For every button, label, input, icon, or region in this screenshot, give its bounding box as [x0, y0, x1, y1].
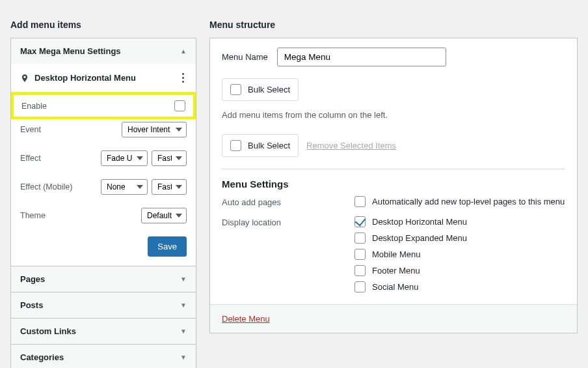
event-label: Event	[20, 125, 41, 134]
bulk-select-top-label: Bulk Select	[248, 85, 290, 94]
separator	[222, 169, 565, 169]
location-label-3: Footer Menu	[372, 266, 420, 276]
location-checkbox-4[interactable]	[354, 281, 366, 292]
accordion-pages[interactable]: Pages ▼	[11, 266, 196, 292]
auto-add-option-label: Automatically add new top-level pages to…	[372, 197, 565, 206]
chevron-down-icon: ▼	[180, 302, 187, 309]
kebab-menu-icon[interactable]	[180, 72, 187, 84]
theme-label: Theme	[20, 211, 46, 220]
menu-name-input[interactable]	[277, 48, 446, 66]
location-checkbox-0[interactable]	[354, 216, 366, 227]
chevron-down-icon: ▼	[180, 276, 187, 283]
display-location-label: Display location	[222, 216, 354, 298]
remove-selected-link: Remove Selected Items	[306, 141, 396, 150]
auto-add-label: Auto add pages	[222, 196, 354, 212]
bulk-select-bottom-checkbox[interactable]	[230, 140, 241, 151]
location-label-2: Mobile Menu	[372, 249, 420, 259]
theme-select[interactable]: Default	[141, 208, 187, 223]
accordion-custom-links-label: Custom Links	[20, 326, 76, 336]
mmm-location-label: Desktop Horizontal Menu	[34, 73, 136, 83]
effect-speed-select[interactable]: Fast	[152, 150, 187, 166]
accordion-posts-label: Posts	[20, 300, 43, 310]
menu-structure-title: Menu structure	[209, 20, 578, 30]
left-panel: Max Mega Menu Settings ▲ Desktop Horizon…	[10, 38, 196, 368]
event-select[interactable]: Hover Intent	[122, 122, 187, 137]
location-checkbox-1[interactable]	[354, 233, 366, 244]
menu-name-label: Menu Name	[222, 52, 268, 62]
bulk-select-bottom-label: Bulk Select	[248, 141, 290, 150]
menu-settings-title: Menu Settings	[222, 178, 565, 190]
effect-mobile-speed-select[interactable]: Fast	[152, 179, 187, 195]
location-checkbox-2[interactable]	[354, 249, 366, 260]
location-label-1: Desktop Expanded Menu	[372, 233, 467, 243]
location-label-4: Social Menu	[372, 282, 419, 292]
location-label-0: Desktop Horizontal Menu	[372, 217, 467, 227]
empty-menu-hint: Add menu items from the column on the le…	[222, 110, 565, 120]
bulk-select-top-checkbox[interactable]	[230, 84, 241, 95]
chevron-up-icon: ▲	[180, 48, 187, 55]
enable-checkbox[interactable]	[174, 100, 185, 111]
effect-label: Effect	[20, 154, 41, 163]
enable-label: Enable	[21, 102, 47, 111]
accordion-categories[interactable]: Categories ▼	[11, 344, 196, 368]
chevron-down-icon: ▼	[180, 328, 187, 335]
right-panel: Menu Name Bulk Select Add menu items fro…	[209, 38, 578, 333]
mmm-settings-header[interactable]: Max Mega Menu Settings ▲	[11, 38, 196, 64]
accordion-posts[interactable]: Posts ▼	[11, 292, 196, 318]
location-checkbox-3[interactable]	[354, 265, 366, 276]
bulk-select-top[interactable]: Bulk Select	[222, 78, 299, 101]
accordion-categories-label: Categories	[20, 352, 64, 362]
location-pin-icon	[20, 74, 29, 83]
accordion-custom-links[interactable]: Custom Links ▼	[11, 318, 196, 344]
mmm-location-row: Desktop Horizontal Menu	[11, 64, 196, 92]
effect-select[interactable]: Fade Up	[101, 150, 148, 166]
effect-mobile-label: Effect (Mobile)	[20, 182, 72, 191]
auto-add-checkbox[interactable]	[354, 196, 366, 207]
chevron-down-icon: ▼	[180, 354, 187, 361]
effect-mobile-select[interactable]: None	[101, 179, 148, 195]
delete-menu-link[interactable]: Delete Menu	[222, 314, 270, 324]
accordion-pages-label: Pages	[20, 274, 45, 284]
add-items-title: Add menu items	[10, 20, 196, 30]
mmm-settings-label: Max Mega Menu Settings	[20, 46, 121, 56]
enable-row-highlight: Enable	[12, 94, 194, 118]
save-button[interactable]: Save	[148, 236, 187, 257]
bulk-select-bottom[interactable]: Bulk Select	[222, 134, 299, 157]
